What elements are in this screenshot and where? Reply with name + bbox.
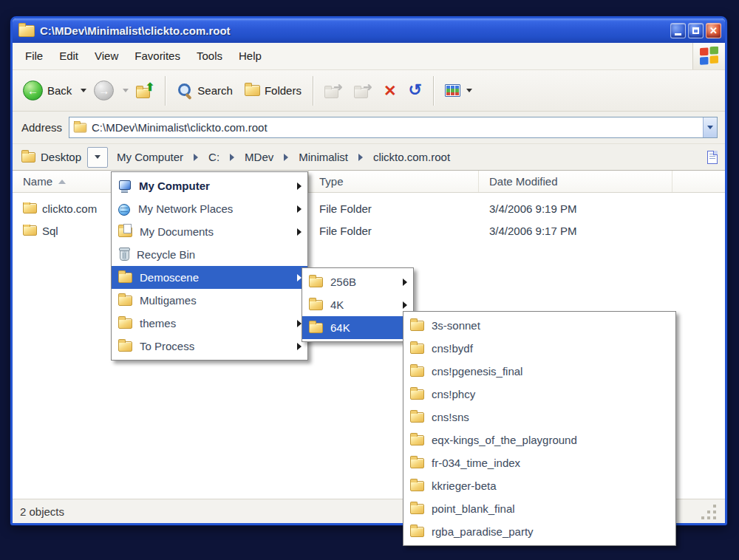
menu-item-kkrieger-beta[interactable]: kkrieger-beta [403,474,675,497]
breadcrumb-my-computer[interactable]: My Computer [114,151,186,163]
folder-icon [410,527,424,537]
breadcrumb-separator-icon[interactable] [194,154,198,161]
menu-item-256b[interactable]: 256B [302,270,413,293]
menu-item-64k[interactable]: 64K [302,316,413,339]
column-header-filler [672,171,725,192]
menu-item-themes[interactable]: themes [112,312,307,335]
menu-favorites[interactable]: Favorites [126,43,188,69]
menu-item-label: cns!phcy [432,388,670,400]
resize-grip[interactable] [713,516,716,519]
breadcrumb-minimalist[interactable]: Minimalist [296,151,351,163]
submenu-arrow-icon [403,301,407,309]
menu-bar: File Edit View Favorites Tools Help [13,43,725,70]
maximize-button[interactable] [688,23,704,38]
folders-icon [245,85,260,96]
address-input[interactable]: C:\MDev\Minimalist\clickto.com.root [69,117,718,138]
address-label: Address [21,121,62,134]
menu-item-4k[interactable]: 4K [302,293,413,316]
menu-item-cns-bydf[interactable]: cns!bydf [403,337,675,360]
menu-item-label: cns!sns [432,411,670,423]
folder-icon [410,344,424,354]
toolbar-separator [433,76,434,106]
menu-item-label: My Documents [140,225,290,238]
menu-item-my-documents[interactable]: My Documents [112,220,307,243]
column-header-type[interactable]: Type [309,171,479,192]
menu-help[interactable]: Help [231,43,270,69]
views-icon [445,84,460,97]
forward-dropdown-caret[interactable] [123,89,129,92]
delete-button[interactable]: ✕ [379,80,401,101]
menu-item-fr-034[interactable]: fr-034_time_index [403,451,675,474]
breadcrumb-bar: Desktop My Computer C: MDev Minimalist c… [13,144,725,171]
breadcrumb-separator-icon[interactable] [284,154,288,161]
undo-button[interactable]: ↺ [404,80,426,102]
menu-item-rgba-paradise-party[interactable]: rgba_paradise_party [403,520,675,543]
menu-item-label: point_blank_final [432,502,670,515]
network-icon [118,203,131,215]
column-header-type-label: Type [319,175,344,188]
menu-item-eqx-kings[interactable]: eqx-kings_of_the_playground [403,428,675,451]
menu-item-to-process[interactable]: To Process [112,335,307,358]
forward-button[interactable]: → [89,78,118,103]
submenu-arrow-icon [297,182,302,190]
menu-item-label: My Network Places [138,202,290,215]
menu-item-label: 256B [330,276,395,288]
back-button[interactable]: ← Back [18,78,76,103]
page-icon[interactable] [707,151,718,164]
menu-item-my-network-places[interactable]: My Network Places [112,197,307,220]
menu-item-label: cns!pgenesis_final [432,365,670,378]
breadcrumb-dropdown-menu: My Computer My Network Places My Documen… [111,171,308,361]
folders-button[interactable]: Folders [240,81,306,100]
up-icon: ⬆ [136,83,154,98]
maximize-icon [692,27,699,34]
close-icon: ✕ [709,26,718,35]
breadcrumb-separator-icon[interactable] [358,154,363,161]
menu-item-3s-sonnet[interactable]: 3s-sonnet [403,314,675,337]
column-header-date-label: Date Modified [489,175,558,188]
menu-tools[interactable]: Tools [188,43,231,69]
menu-item-demoscene[interactable]: Demoscene [112,266,307,289]
breadcrumb-separator-icon[interactable] [230,154,234,161]
menu-item-label: To Process [140,340,290,352]
back-dropdown-caret[interactable] [81,89,86,92]
breadcrumb: My Computer C: MDev Minimalist clickto.c… [114,151,701,163]
file-type: File Folder [309,202,479,215]
menu-item-my-computer[interactable]: My Computer [112,174,307,197]
title-bar[interactable]: C:\MDev\Minimalist\clickto.com.root ✕ [13,18,725,43]
breadcrumb-desktop[interactable]: Desktop [21,151,81,163]
menu-item-multigames[interactable]: Multigames [112,289,307,312]
chevron-down-icon [95,155,101,159]
up-button[interactable]: ⬆ [132,81,158,101]
address-dropdown-button[interactable] [703,117,717,137]
close-button[interactable]: ✕ [706,23,721,38]
menu-item-label: 4K [330,298,395,311]
search-button[interactable]: Search [172,80,237,102]
views-button[interactable] [440,81,477,100]
folder-icon [410,504,424,514]
folder-icon [410,481,424,491]
folder-icon [118,341,132,352]
menu-item-label: fr-034_time_index [432,457,670,469]
menu-item-label: Demoscene [140,271,290,284]
file-name: Sql [42,225,58,237]
breadcrumb-clickto[interactable]: clickto.com.root [370,151,453,163]
menu-file[interactable]: File [17,43,51,69]
menu-item-cns-sns[interactable]: cns!sns [403,406,675,428]
column-header-date-modified[interactable]: Date Modified [479,171,672,192]
file-date: 3/4/2006 9:17 PM [479,225,672,237]
menu-view[interactable]: View [86,43,126,69]
menu-item-cns-phcy[interactable]: cns!phcy [403,383,675,406]
menu-item-label: rgba_paradise_party [432,525,670,538]
column-header-name-label: Name [23,175,52,188]
chevron-down-icon [707,126,713,129]
menu-item-recycle-bin[interactable]: Recycle Bin [112,243,307,266]
breadcrumb-mdev[interactable]: MDev [242,151,276,163]
windows-logo-icon [699,47,719,66]
breadcrumb-c-drive[interactable]: C: [205,151,222,163]
menu-edit[interactable]: Edit [51,43,86,69]
folder-icon [309,323,323,333]
breadcrumb-dropdown-button[interactable] [87,147,108,168]
menu-item-point-blank-final[interactable]: point_blank_final [403,497,675,520]
minimize-button[interactable] [670,23,686,38]
menu-item-cns-pgenesis-final[interactable]: cns!pgenesis_final [403,360,675,383]
